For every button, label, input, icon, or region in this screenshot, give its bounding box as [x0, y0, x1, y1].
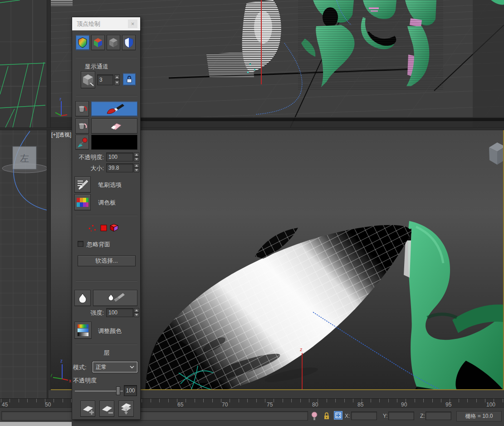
- erase-all-button[interactable]: [75, 118, 89, 134]
- tentacle-objects: [408, 221, 503, 389]
- erase-brush-button[interactable]: [91, 118, 137, 134]
- channel-cube-button[interactable]: [81, 71, 95, 88]
- opacity-label: 不透明度:: [72, 153, 104, 162]
- separator: [76, 57, 137, 58]
- maxscript-mini-listener[interactable]: [0, 422, 72, 426]
- x-coordinate-field[interactable]: [351, 411, 377, 420]
- vertex-color-cube-icon: [77, 37, 88, 48]
- layer-opacity-slider-handle[interactable]: [116, 387, 120, 395]
- delete-layer-button[interactable]: [99, 401, 114, 417]
- viewport-bottom-left[interactable]: 左: [0, 130, 47, 398]
- chevron-down-icon: [128, 363, 136, 371]
- svg-text:z: z: [59, 97, 62, 101]
- paint-bucket-pink-icon: [77, 121, 88, 132]
- blend-mode-value: 正常: [96, 363, 107, 371]
- dialog-titlebar[interactable]: 顶点绘制 ×: [72, 17, 140, 30]
- vertex-painted-surface: [145, 225, 411, 389]
- padlock-icon[interactable]: [323, 411, 330, 420]
- separator: [76, 344, 137, 345]
- size-label: 大小:: [72, 164, 104, 172]
- ruler-number: 75: [267, 402, 273, 408]
- strength-spinner[interactable]: [134, 308, 139, 317]
- ruler-number: 90: [401, 402, 407, 408]
- pick-color-button[interactable]: [75, 135, 89, 150]
- size-field[interactable]: [106, 163, 133, 172]
- palette-label: 调色板: [98, 199, 116, 207]
- separator: [76, 280, 137, 281]
- channel-cube-icon: [82, 73, 94, 86]
- lock-icon: [125, 75, 133, 84]
- eraser-icon: [107, 122, 122, 131]
- y-coordinate-field[interactable]: [388, 411, 414, 420]
- layer-opacity-value: 100: [124, 385, 137, 396]
- soft-selection-button[interactable]: 软选择...: [78, 255, 136, 266]
- merge-layers-button[interactable]: [118, 401, 134, 417]
- layer-add-icon: [82, 402, 94, 415]
- blend-mode-dropdown[interactable]: 正常: [93, 362, 137, 372]
- new-layer-button[interactable]: [80, 401, 95, 417]
- paint-color-swatch[interactable]: [91, 135, 137, 150]
- absolute-mode-toggle[interactable]: [334, 411, 343, 420]
- viewcube[interactable]: [489, 142, 503, 165]
- paint-brush-button[interactable]: [91, 101, 137, 117]
- left-viewport-scene: 左: [0, 130, 47, 398]
- paint-all-button[interactable]: [75, 101, 89, 117]
- vertex-subobject-icon[interactable]: [88, 224, 98, 232]
- layer-section-label: 层: [72, 349, 141, 357]
- svg-text:z: z: [60, 358, 63, 363]
- close-button[interactable]: ×: [128, 20, 137, 28]
- lightbulb-icon[interactable]: [311, 411, 318, 421]
- channel-spinner[interactable]: [114, 74, 120, 85]
- blur-drop-icon: [78, 292, 87, 304]
- strength-field[interactable]: [106, 308, 133, 317]
- svg-text:x: x: [69, 378, 71, 383]
- layer-opacity-label: 不透明度: [73, 377, 97, 385]
- prompt-line: [1, 411, 308, 421]
- alpha-cube-icon: [108, 37, 119, 48]
- palette-button[interactable]: [74, 194, 91, 211]
- opacity-field[interactable]: [106, 152, 133, 162]
- spinner-up-icon[interactable]: [114, 74, 120, 80]
- illumination-display-button[interactable]: [91, 35, 105, 50]
- painted-surface-top-view: [206, 0, 281, 78]
- brush-options-button[interactable]: [74, 176, 91, 193]
- vertex-color-display-button[interactable]: [76, 35, 89, 50]
- adjust-color-button[interactable]: [74, 322, 92, 339]
- palette-icon: [76, 197, 89, 207]
- brush-options-label: 笔刷选项: [98, 181, 122, 189]
- blur-brush-button[interactable]: [93, 290, 137, 306]
- ruler-number: 50: [45, 402, 51, 408]
- z-label: Z:: [420, 413, 425, 419]
- face-subobject-icon[interactable]: [100, 225, 107, 231]
- adjust-color-icon: [77, 323, 89, 337]
- brush-icon: [104, 103, 124, 115]
- blur-brush-icon: [106, 292, 125, 304]
- layer-remove-icon: [101, 402, 113, 415]
- disable-shading-button[interactable]: [122, 35, 136, 50]
- ruler-number: 70: [222, 402, 228, 408]
- opacity-spinner[interactable]: [134, 152, 139, 162]
- blur-all-button[interactable]: [74, 290, 91, 306]
- ignore-backfacing-checkbox[interactable]: [78, 241, 83, 247]
- ruler-number: 100: [486, 402, 495, 408]
- layer-merge-icon: [120, 402, 132, 416]
- separator: [76, 95, 137, 96]
- alpha-display-button[interactable]: [107, 35, 120, 50]
- ruler-number: 80: [312, 402, 318, 408]
- element-subobject-icon[interactable]: [109, 224, 119, 232]
- ruler-number: 85: [357, 402, 363, 408]
- grid-size-readout: 栅格 = 10.0: [456, 411, 502, 421]
- dialog-title: 顶点绘制: [77, 20, 100, 28]
- eyedropper-icon: [76, 137, 88, 148]
- display-channel-label: 显示通道: [85, 63, 108, 71]
- viewport-splitter-vertical[interactable]: [47, 0, 51, 398]
- channel-number-field[interactable]: [97, 74, 113, 85]
- brush-options-icon: [76, 178, 89, 191]
- channel-lock-button[interactable]: [123, 73, 136, 86]
- z-coordinate-field[interactable]: [426, 411, 451, 420]
- separator: [76, 215, 137, 216]
- spinner-down-icon[interactable]: [114, 80, 120, 85]
- size-spinner[interactable]: [134, 163, 139, 172]
- strength-label: 强度:: [72, 309, 104, 317]
- viewport-top-left[interactable]: [0, 0, 47, 127]
